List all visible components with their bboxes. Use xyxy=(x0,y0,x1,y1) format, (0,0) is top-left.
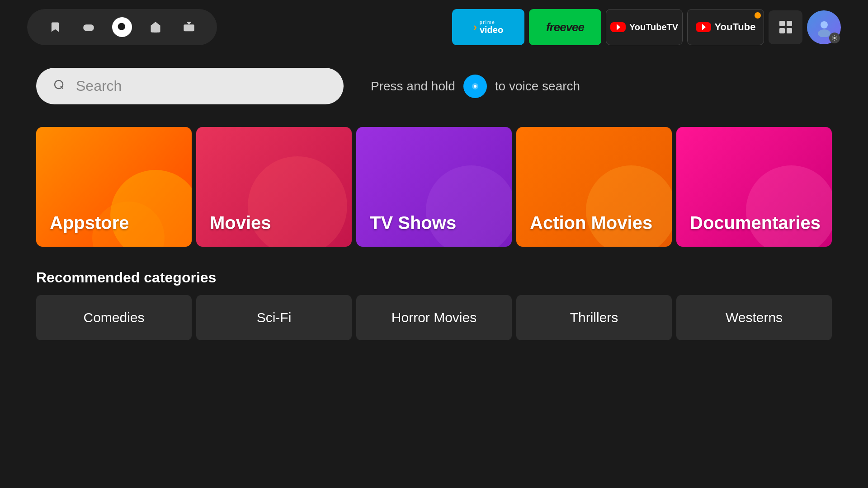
svg-marker-3 xyxy=(617,24,620,30)
search-placeholder: Search xyxy=(76,78,122,94)
search-nav-icon[interactable] xyxy=(112,17,132,37)
rec-card-comedies-label: Comedies xyxy=(83,310,144,325)
tv-icon[interactable] xyxy=(179,17,199,37)
youtube-label: YouTube xyxy=(715,21,756,33)
category-action-movies[interactable]: Action Movies xyxy=(516,127,672,247)
settings-gear-icon xyxy=(829,33,840,43)
voice-hint-post: to voice search xyxy=(495,79,580,94)
freevee-button[interactable]: freevee xyxy=(529,9,601,45)
rec-card-horror[interactable]: Horror Movies xyxy=(356,295,512,340)
svg-rect-5 xyxy=(779,21,785,26)
rec-card-comedies[interactable]: Comedies xyxy=(36,295,192,340)
svg-marker-4 xyxy=(702,24,706,30)
top-navigation: › prime video freevee YouTubeTV xyxy=(0,0,868,54)
youtube-button[interactable]: YouTube xyxy=(687,9,764,45)
svg-point-11 xyxy=(834,37,836,39)
category-appstore-label: Appstore xyxy=(50,213,129,233)
main-categories: Appstore Movies TV Shows Action Movies D… xyxy=(0,118,868,256)
nav-icon-bar xyxy=(27,9,217,45)
voice-search-hint: Press and hold to voice search xyxy=(371,75,580,98)
card-decor xyxy=(586,165,672,247)
rec-card-westerns[interactable]: Westerns xyxy=(676,295,832,340)
rec-card-thrillers[interactable]: Thrillers xyxy=(516,295,672,340)
rec-card-scifi-label: Sci-Fi xyxy=(257,310,292,325)
youtube-tv-label: YouTubeTV xyxy=(629,22,678,33)
grid-button[interactable] xyxy=(769,10,802,44)
youtube-icon xyxy=(696,22,711,32)
rec-card-westerns-label: Westerns xyxy=(726,310,783,325)
recommended-title: Recommended categories xyxy=(36,269,832,286)
controller-icon[interactable] xyxy=(79,17,99,37)
search-section: Search Press and hold to voice search xyxy=(0,54,868,118)
svg-point-9 xyxy=(821,21,828,28)
svg-rect-2 xyxy=(184,24,194,31)
notification-dot xyxy=(755,12,761,19)
service-buttons: › prime video freevee YouTubeTV xyxy=(452,9,841,45)
voice-hint-pre: Press and hold xyxy=(371,79,455,94)
category-documentaries[interactable]: Documentaries xyxy=(676,127,832,247)
recommended-section: Recommended categories Comedies Sci-Fi H… xyxy=(0,256,868,349)
svg-rect-0 xyxy=(83,24,94,31)
bookmark-icon[interactable] xyxy=(45,17,65,37)
svg-point-15 xyxy=(474,85,476,88)
category-tvshows[interactable]: TV Shows xyxy=(356,127,512,247)
search-bar-icon xyxy=(52,78,67,94)
recommended-cards: Comedies Sci-Fi Horror Movies Thrillers … xyxy=(36,295,832,340)
rec-card-horror-label: Horror Movies xyxy=(392,310,476,325)
profile-button[interactable] xyxy=(807,10,841,44)
category-action-label: Action Movies xyxy=(530,213,652,233)
svg-rect-7 xyxy=(779,28,785,33)
card-decor xyxy=(248,156,347,247)
rec-card-thrillers-label: Thrillers xyxy=(570,310,618,325)
svg-point-10 xyxy=(818,29,830,37)
prime-video-button[interactable]: › prime video xyxy=(452,9,524,45)
freevee-label: freevee xyxy=(546,20,584,34)
rec-card-scifi[interactable]: Sci-Fi xyxy=(196,295,352,340)
voice-button[interactable] xyxy=(463,75,487,98)
svg-point-1 xyxy=(118,23,125,30)
category-appstore[interactable]: Appstore xyxy=(36,127,192,247)
youtube-tv-icon xyxy=(610,22,626,32)
card-decor xyxy=(746,165,832,247)
card-decor xyxy=(426,165,512,247)
home-icon[interactable] xyxy=(146,17,165,37)
category-documentaries-label: Documentaries xyxy=(690,213,821,233)
category-movies-label: Movies xyxy=(210,213,271,233)
search-bar[interactable]: Search xyxy=(36,68,344,104)
svg-rect-8 xyxy=(787,28,792,33)
category-movies[interactable]: Movies xyxy=(196,127,352,247)
youtube-tv-button[interactable]: YouTubeTV xyxy=(606,9,683,45)
svg-rect-6 xyxy=(787,21,792,26)
category-tvshows-label: TV Shows xyxy=(370,213,456,233)
